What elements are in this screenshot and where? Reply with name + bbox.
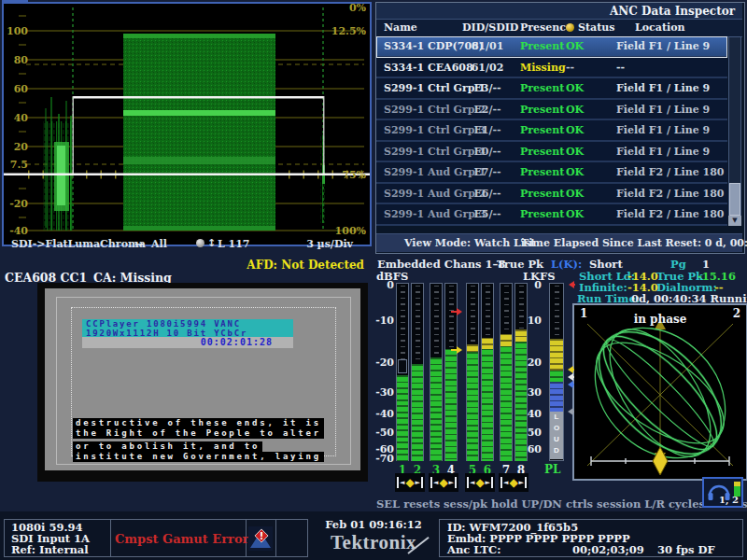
phase-status-label: in phase — [599, 313, 721, 326]
anc-scrollbar-thumb[interactable] — [729, 183, 740, 216]
dbfs-scale-label: -40 — [370, 408, 394, 420]
waveform-scale-left-label: 40 — [6, 112, 28, 124]
pl-label: PL — [544, 463, 560, 476]
anc-footer-bar: View Mode: Watch List Time Elapsed Since… — [376, 233, 742, 252]
cell-name: S334-1 CEA608 — [384, 62, 445, 74]
lissajous-channel-right: 2 — [733, 307, 740, 320]
lkfs-threshold-marker — [564, 366, 573, 373]
waveform-scale-left-label: 80 — [6, 54, 28, 66]
table-row[interactable]: S299-1 Aud Grp 1E7/--PresentOKField F2 /… — [376, 162, 727, 184]
scrollbar-down-button[interactable]: ▼ — [728, 216, 741, 226]
waveform-all-label: All — [151, 238, 167, 250]
datetime-readout: Feb 01 09:16:12 — [308, 518, 439, 531]
cell-did: E3/-- — [460, 82, 514, 94]
table-row[interactable]: S299-1 Aud Grp 3E5/--PresentOKField F2 /… — [376, 204, 727, 226]
cell-status: OK — [566, 104, 599, 116]
cell-did: E7/-- — [460, 166, 514, 178]
cell-status: OK — [566, 124, 599, 136]
cell-location: Field F1 / Line 9 — [616, 146, 726, 158]
table-row[interactable]: S299-1 Ctrl Grp 2E2/--PresentOKField F1 … — [376, 100, 727, 121]
dbfs-scale-label: -10 — [370, 315, 394, 327]
waveform-line-readout: L 117 — [218, 238, 250, 250]
table-row[interactable]: S299-1 Ctrl Grp 3E1/--PresentOKField F1 … — [376, 120, 727, 142]
dbfs-scale-label: -30 — [370, 386, 394, 399]
waveform-status-bar: SDI->FlatLumaChroma ↔ All ↕ L 117 3 µs/D… — [9, 238, 372, 248]
column-header-name: Name — [384, 21, 417, 34]
waveform-timebase-readout: 3 µs/Div — [280, 238, 353, 250]
caption-line: or to abolish it, and to — [73, 441, 262, 452]
divider — [275, 520, 276, 556]
table-row[interactable]: S299-1 Aud Grp 2E6/--PresentOKField F2 /… — [376, 184, 727, 205]
audio-pg-value: 1 — [702, 258, 710, 271]
headphone-monitor-box[interactable]: 1, 2 — [702, 477, 743, 508]
timecode-overlay: 00:02:01:28 — [82, 337, 293, 348]
reference-readout: Ref: Internal — [11, 543, 89, 556]
caption-line: destructive of these ends, it is — [73, 418, 324, 428]
audio-lk-label: L(K): — [551, 258, 582, 271]
dbfs-scale-label: -50 — [370, 427, 394, 439]
waveform-scale-left-label: 100 — [6, 25, 28, 37]
gamut-error-alarm: Cmpst Gamut Error — [115, 532, 244, 546]
anc-elapsed-time: Time Elapsed Since Last Reset: 0 d, 00:4… — [521, 237, 747, 249]
cell-presence: Present — [520, 188, 567, 200]
waveform-scale-left-label: 60 — [6, 83, 28, 95]
audio-meter-ch8 — [514, 283, 528, 461]
loud-indicator: LOUD — [550, 412, 563, 459]
column-header-did: DID/SDID — [462, 21, 518, 34]
waveform-mode-readout: SDI->FlatLumaChroma — [11, 238, 146, 250]
cell-status: OK — [566, 208, 599, 220]
cell-name: S299-1 Aud Grp 2 — [384, 188, 445, 200]
cell-name: S299-1 Aud Grp 1 — [384, 166, 445, 178]
cell-name: S299-1 Ctrl Grp 3 — [384, 124, 445, 136]
wfm7200-screen: SDI->FlatLumaChroma ↔ All ↕ L 117 3 µs/D… — [0, 0, 747, 560]
cell-name: S334-1 CDP(708) — [384, 40, 445, 52]
lkfs-peak-marker-red — [565, 281, 574, 288]
waveform-scale-right-label: 0% — [325, 2, 366, 14]
cell-status: OK — [566, 188, 599, 200]
cell-did: 61/01 — [460, 40, 514, 52]
cell-status: OK — [566, 146, 599, 158]
cell-presence: Present — [520, 124, 567, 136]
waveform-tile[interactable]: SDI->FlatLumaChroma ↔ All ↕ L 117 3 µs/D… — [2, 2, 372, 246]
lissajous-channel-left: 1 — [580, 307, 587, 320]
lkfs-threshold-marker — [564, 381, 573, 388]
cell-status: -- — [566, 62, 599, 74]
cell-location: Field F2 / Line 180 — [616, 188, 726, 200]
table-row[interactable]: S299-1 Ctrl Grp 4E0/--PresentOKField F1 … — [376, 142, 727, 163]
vanc-line-2: 1920Wx1112H 10 Bit YCbCr — [82, 329, 293, 338]
cell-did: E2/-- — [460, 104, 514, 116]
cell-did: E6/-- — [460, 188, 514, 200]
phase-meter-pair4: ◄◆► — [499, 473, 529, 492]
audio-meter-ch4 — [444, 283, 458, 461]
waveform-scale-right-label: 75% — [325, 169, 366, 181]
audio-title: Embedded Chans 1–8 — [377, 258, 505, 271]
afd-status: AFD: Not Detected — [224, 259, 364, 272]
fps-readout: 30 fps DF — [657, 543, 715, 556]
truepk-extra: 6 — [728, 270, 736, 283]
knob-icon — [196, 239, 204, 247]
vanc-source-overlay: CCPlayer 1080i5994 VANC 1920Wx1112H 10 B… — [82, 319, 293, 337]
anc-title-bar: ANC Data Inspector — [376, 3, 742, 20]
lkfs-threshold-marker — [564, 408, 573, 415]
phase-meter-pair1: ◄◆► — [395, 473, 425, 492]
table-row[interactable]: S299-1 Ctrl Grp 1E3/--PresentOKField F1 … — [376, 78, 727, 100]
anc-column-header-row: Name DID/SDID Presence Status Location — [376, 20, 742, 37]
gamut-error-icon: ! — [248, 526, 273, 551]
caption-line: institute new Government, laying — [73, 452, 324, 462]
table-row[interactable]: S334-1 CEA60861/02Missing---- — [376, 58, 727, 79]
cell-did: E0/-- — [460, 146, 514, 158]
anc-ltc-value: 00;02;03;09 — [572, 543, 644, 556]
waveform-scale-left-label: -40 — [6, 225, 28, 237]
divider — [110, 520, 111, 556]
cell-presence: Present — [520, 166, 567, 178]
cell-presence: Missing — [520, 62, 567, 74]
cell-location: Field F2 / Line 180 — [616, 208, 726, 220]
waveform-scale-left-label: -20 — [6, 198, 28, 210]
updown-arrow-icon: ↕ — [207, 237, 216, 249]
phase-meter-pair3: ◄◆► — [465, 473, 495, 492]
anc-view-mode: View Mode: Watch List — [404, 237, 535, 249]
input-status-group: 1080i 59.94 SDI Input 1A Ref: Internal C… — [4, 519, 308, 557]
cell-location: Field F1 / Line 9 — [616, 104, 726, 116]
anc-title: ANC Data Inspector — [610, 5, 735, 18]
table-row[interactable]: S334-1 CDP(708)61/01PresentOKField F1 / … — [376, 36, 727, 58]
